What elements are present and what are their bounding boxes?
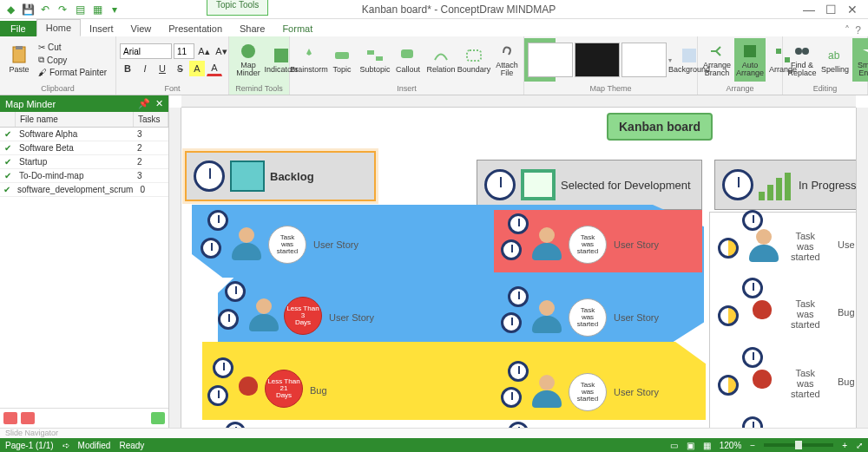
table-row[interactable]: ✔Startup2 — [0, 155, 168, 169]
view-mode-icon[interactable]: ▦ — [703, 441, 711, 450]
topic-label[interactable]: User Story — [614, 312, 659, 323]
check-icon[interactable]: ✔ — [0, 171, 16, 180]
status-bar: Page-1 (1/1) ➪ Modified Ready ▭ ▣ ▦ 120%… — [0, 438, 868, 452]
check-icon[interactable]: ✔ — [0, 143, 16, 153]
topic-label[interactable]: User Story — [614, 387, 659, 397]
font-size-select[interactable] — [174, 43, 194, 59]
topic-label[interactable]: Bug — [838, 307, 855, 318]
cut-button[interactable]: ✂Cut — [36, 42, 108, 53]
topic-label[interactable]: Use — [838, 239, 855, 250]
theme-thumb[interactable] — [575, 43, 620, 77]
check-icon[interactable]: ✔ — [0, 129, 16, 139]
canvas[interactable]: Kanban board Backlog Selected for Develo… — [169, 95, 868, 428]
pin-panel-icon[interactable]: 📌 — [138, 98, 150, 109]
bold-button[interactable]: B — [120, 61, 135, 76]
brainstorm-button[interactable]: Brainstorm — [293, 38, 325, 82]
zoom-out-button[interactable]: − — [750, 441, 755, 450]
subtopic-icon[interactable]: ▤ — [73, 3, 87, 16]
topic-label[interactable]: Bug — [310, 385, 327, 396]
topic-label[interactable]: Bug — [838, 377, 855, 387]
table-row[interactable]: ✔Software Beta2 — [0, 141, 168, 155]
font-family-select[interactable] — [120, 43, 172, 59]
italic-button[interactable]: I — [137, 61, 153, 76]
smart-enter-button[interactable]: Smart Enter — [852, 38, 868, 82]
arrange-branch-button[interactable]: Arrange Branch — [701, 38, 733, 82]
zoom-in-button[interactable]: + — [842, 441, 847, 450]
bug-icon — [753, 300, 772, 319]
strike-button[interactable]: S̶ — [172, 61, 187, 76]
app-icon[interactable]: ◆ — [3, 3, 17, 16]
table-row[interactable]: ✔To-Do-mind-map3 — [0, 169, 168, 183]
check-icon[interactable]: ✔ — [0, 157, 16, 167]
topic-label[interactable]: User Story — [329, 312, 374, 323]
auto-arrange-button[interactable]: Auto Arrange — [734, 38, 766, 82]
zoom-level[interactable]: 120% — [720, 441, 742, 450]
topic-label[interactable]: User Story — [614, 239, 659, 250]
page-indicator[interactable]: Page-1 (1/1) — [5, 441, 54, 450]
theme-thumb[interactable] — [621, 43, 667, 77]
column-backlog[interactable]: Backlog — [185, 151, 376, 201]
nav-arrow-icon[interactable]: ➪ — [62, 441, 69, 450]
zoom-slider[interactable] — [764, 443, 833, 447]
tab-insert[interactable]: Insert — [81, 21, 122, 36]
maximize-button[interactable]: ☐ — [825, 3, 837, 16]
column-selected[interactable]: Selected for Development — [477, 160, 702, 210]
panel-tool-icon[interactable] — [3, 412, 17, 424]
topic-button[interactable]: Topic — [326, 38, 358, 82]
tab-home[interactable]: Home — [36, 19, 81, 36]
view-mode-icon[interactable]: ▣ — [687, 441, 694, 450]
grow-font-button[interactable]: A▴ — [196, 43, 212, 59]
theme-gallery[interactable] — [528, 43, 667, 77]
shrink-font-button[interactable]: A▾ — [214, 43, 229, 59]
boundary-button[interactable]: Boundary — [458, 38, 490, 82]
attach-button[interactable]: Attach File — [491, 38, 523, 82]
relation-button[interactable]: Relation — [425, 38, 457, 82]
tab-file[interactable]: File — [0, 21, 36, 36]
panel-tool-icon[interactable] — [21, 412, 35, 424]
copy-button[interactable]: ⧉Copy — [36, 54, 108, 66]
undo-icon[interactable]: ↶ — [38, 3, 52, 16]
tab-presentation[interactable]: Presentation — [160, 21, 231, 36]
format-painter-button[interactable]: 🖌Format Painter — [36, 67, 108, 78]
tab-format[interactable]: Format — [273, 21, 321, 36]
panel-tool-icon[interactable] — [151, 412, 165, 424]
highlight-button[interactable]: A — [189, 61, 205, 76]
callout-button[interactable]: Callout — [392, 38, 424, 82]
topic-label[interactable]: User Story — [313, 239, 358, 250]
find-replace-button[interactable]: Find & Replace — [786, 38, 818, 82]
paste-button[interactable]: Paste — [3, 38, 35, 82]
spelling-button[interactable]: abSpelling — [819, 38, 851, 82]
canvas-stage[interactable]: Kanban board Backlog Selected for Develo… — [181, 108, 856, 428]
save-icon[interactable]: 💾 — [21, 3, 35, 16]
close-button[interactable]: ✕ — [847, 3, 858, 16]
column-progress[interactable]: In Progress — [714, 160, 856, 210]
ribbon: Paste ✂Cut ⧉Copy 🖌Format Painter Clipboa… — [0, 36, 868, 95]
group-arrange: Arrange Branch Auto Arrange Arrange Arra… — [698, 36, 783, 95]
tab-share[interactable]: Share — [231, 21, 273, 36]
table-row[interactable]: ✔Software Alpha3 — [0, 128, 168, 141]
view-mode-icon[interactable]: ▭ — [670, 441, 678, 450]
clock-icon — [213, 357, 233, 378]
close-panel-icon[interactable]: ✕ — [155, 98, 163, 109]
subtopic-button[interactable]: Subtopic — [359, 38, 391, 82]
check-icon[interactable]: ✔ — [0, 185, 14, 194]
underline-button[interactable]: U — [155, 61, 170, 76]
theme-thumb[interactable] — [528, 43, 573, 77]
table-row[interactable]: ✔software_development_scrum0 — [0, 183, 168, 197]
theme-more-icon[interactable]: ▾ — [668, 56, 672, 64]
panel-toolbar — [0, 408, 168, 428]
collapse-ribbon-icon[interactable]: ˄ — [845, 24, 850, 36]
topic-icon[interactable]: ▦ — [90, 3, 104, 16]
fit-page-icon[interactable]: ⤢ — [856, 441, 863, 450]
dropdown-icon[interactable]: ▾ — [108, 3, 122, 16]
vertical-scrollbar[interactable] — [856, 108, 868, 428]
map-title-topic[interactable]: Kanban board — [607, 113, 713, 141]
help-icon[interactable]: ? — [855, 24, 861, 36]
minimize-button[interactable]: — — [803, 3, 815, 16]
group-label-font: Font — [116, 83, 228, 95]
font-color-button[interactable]: A — [207, 61, 222, 76]
tab-view[interactable]: View — [122, 21, 161, 36]
map-minder-button[interactable]: Map Minder — [233, 38, 264, 82]
slide-navigator-bar[interactable]: Slide Navigator — [0, 428, 868, 438]
redo-icon[interactable]: ↷ — [56, 3, 69, 16]
